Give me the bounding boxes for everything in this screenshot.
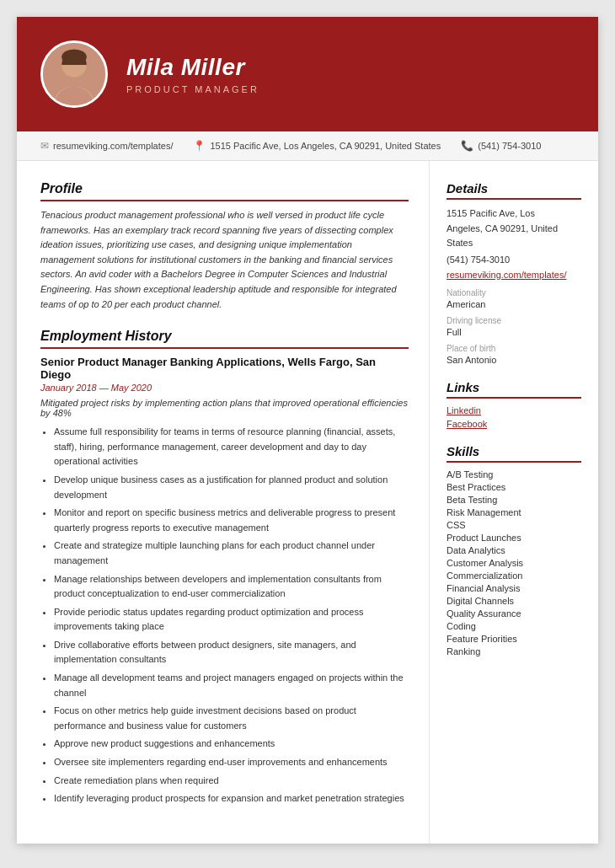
resume-body: Profile Tenacious product management pro…	[17, 161, 598, 844]
links-list: LinkedinFacebook	[447, 405, 581, 429]
skills-section: Skills A/B TestingBest PracticesBeta Tes…	[447, 444, 581, 656]
bullet-item: Assume full responsibility for teams in …	[54, 425, 409, 469]
birth-label: Place of birth	[447, 344, 581, 353]
bullet-item: Approve new product suggestions and enha…	[54, 737, 409, 752]
profile-section: Profile Tenacious product management pro…	[40, 181, 409, 312]
bullet-item: Create and strategize multiple launching…	[54, 538, 409, 568]
website-text: resumeviking.com/templates/	[53, 141, 173, 151]
skill-item: Coding	[447, 621, 581, 631]
skill-item: Beta Testing	[447, 495, 581, 505]
bullet-item: Identify leveraging product prospects fo…	[54, 791, 409, 806]
skill-item: Best Practices	[447, 482, 581, 492]
bullet-item: Develop unique business cases as a justi…	[54, 473, 409, 502]
skill-item: CSS	[447, 520, 581, 530]
skill-item: Customer Analysis	[447, 558, 581, 568]
detail-website[interactable]: resumeviking.com/templates/	[447, 270, 566, 280]
main-column: Profile Tenacious product management pro…	[17, 161, 430, 844]
contact-bar: ✉ resumeviking.com/templates/ 📍 1515 Pac…	[17, 131, 598, 161]
candidate-title: PRODUCT MANAGER	[126, 84, 259, 94]
profile-title: Profile	[40, 181, 409, 201]
details-section: Details 1515 Pacific Ave, LosAngeles, CA…	[447, 181, 581, 365]
skill-item: Quality Assurance	[447, 608, 581, 619]
driving-value: Full	[447, 327, 581, 337]
skills-list: A/B TestingBest PracticesBeta TestingRis…	[447, 469, 581, 656]
sidebar-link-item[interactable]: Facebook	[447, 419, 581, 429]
bullet-item: Drive collaborative efforts between prod…	[54, 638, 409, 667]
email-icon: ✉	[40, 140, 49, 152]
resume-header: Mila Miller PRODUCT MANAGER	[17, 17, 598, 131]
skill-item: Financial Analysis	[447, 583, 581, 593]
resume-container: Mila Miller PRODUCT MANAGER ✉ resumeviki…	[17, 17, 598, 844]
contact-phone: 📞 (541) 754-3010	[461, 140, 541, 152]
sidebar: Details 1515 Pacific Ave, LosAngeles, CA…	[430, 161, 598, 844]
bullet-item: Focus on other metrics help guide invest…	[54, 704, 409, 733]
details-title: Details	[447, 181, 581, 200]
header-info: Mila Miller PRODUCT MANAGER	[126, 54, 259, 94]
phone-icon: 📞	[461, 140, 473, 152]
bullet-item: Manage relationships between developers …	[54, 572, 409, 602]
nationality-value: American	[447, 299, 581, 309]
employment-title: Employment History	[40, 329, 409, 349]
employment-section: Employment History Senior Product Manage…	[40, 329, 409, 806]
skill-item: Risk Management	[447, 507, 581, 517]
driving-label: Driving license	[447, 316, 581, 325]
location-icon: 📍	[193, 140, 206, 152]
job-title: Senior Product Manager Banking Applicati…	[40, 356, 409, 381]
skills-title: Skills	[447, 444, 581, 463]
sidebar-link-item[interactable]: Linkedin	[447, 405, 581, 415]
job-bullets: Assume full responsibility for teams in …	[40, 425, 409, 806]
bullet-item: Provide periodic status updates regardin…	[54, 605, 409, 635]
bullet-item: Manage all development teams and project…	[54, 671, 409, 700]
detail-phone: (541) 754-3010	[447, 255, 581, 265]
candidate-name: Mila Miller	[126, 54, 259, 81]
skill-item: Feature Priorities	[447, 634, 581, 644]
job-entry: Senior Product Manager Banking Applicati…	[40, 356, 409, 806]
links-title: Links	[447, 380, 581, 399]
nationality-label: Nationality	[447, 288, 581, 297]
skill-item: Product Launches	[447, 533, 581, 543]
bullet-item: Oversee site implementers regarding end-…	[54, 755, 409, 770]
contact-address: 📍 1515 Pacific Ave, Los Angeles, CA 9029…	[193, 140, 441, 152]
skill-item: Commercialization	[447, 571, 581, 581]
links-section: Links LinkedinFacebook	[447, 380, 581, 429]
avatar	[40, 40, 108, 108]
address-text: 1515 Pacific Ave, Los Angeles, CA 90291,…	[210, 141, 441, 151]
detail-address: 1515 Pacific Ave, LosAngeles, CA 90291, …	[447, 206, 581, 251]
contact-website: ✉ resumeviking.com/templates/	[40, 140, 173, 152]
job-dates: January 2018 — May 2020	[40, 383, 409, 393]
skill-item: A/B Testing	[447, 469, 581, 480]
bullet-item: Create remediation plans when required	[54, 774, 409, 789]
job-summary: Mitigated project risks by implementing …	[40, 398, 409, 418]
bullet-item: Monitor and report on specific business …	[54, 506, 409, 535]
skill-item: Digital Channels	[447, 596, 581, 606]
skill-item: Data Analytics	[447, 545, 581, 555]
skill-item: Ranking	[447, 646, 581, 656]
birth-value: San Antonio	[447, 355, 581, 365]
profile-text: Tenacious product management professiona…	[40, 208, 409, 312]
phone-text: (541) 754-3010	[478, 141, 541, 151]
